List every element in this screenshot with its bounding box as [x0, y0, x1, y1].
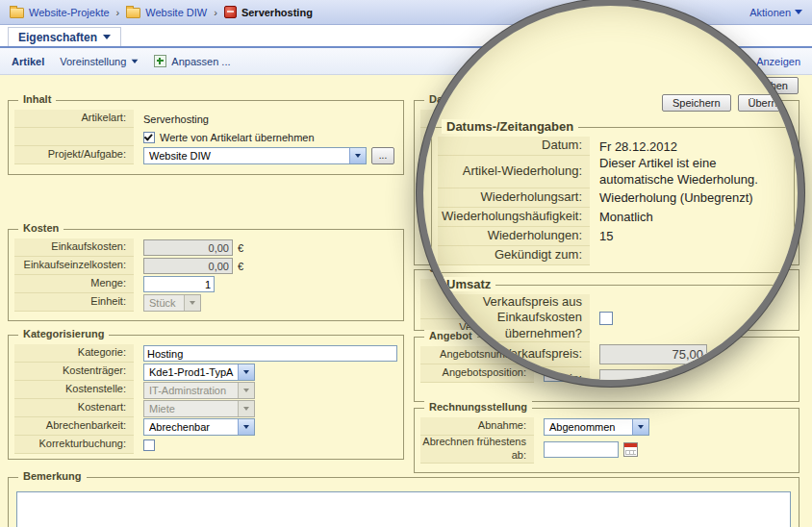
- wiederholungshaeufigkeit-value: Monatlich: [599, 210, 653, 224]
- abrechenbarkeit-select[interactable]: Abrechenbar: [143, 418, 255, 436]
- angebotsposition-label: Angebotsposition:: [420, 364, 534, 383]
- breadcrumb-current: Serverhosting: [241, 7, 313, 18]
- chevron-down-icon: [184, 295, 200, 311]
- projekt-browse-button[interactable]: ...: [371, 147, 394, 164]
- anzeigen-link[interactable]: Anzeigen: [756, 56, 800, 67]
- actions-label: Aktionen: [749, 7, 791, 18]
- menge-input[interactable]: [143, 276, 215, 292]
- artikelart-row: Artikelart: Serverhosting: [14, 110, 397, 128]
- korrekturbuchung-label: Korrekturbuchung:: [14, 436, 134, 454]
- kostenstelle-select: IT-Adminstration: [143, 382, 255, 399]
- einheit-row: Einheit: Stück: [14, 293, 397, 312]
- kostenart-label: Kostenart:: [14, 399, 134, 417]
- calendar-icon[interactable]: [623, 442, 638, 457]
- inhalt-legend: Inhalt: [18, 93, 56, 105]
- gekuendigt-label: Gekündigt zum:: [438, 246, 590, 265]
- menge-row: Menge:: [14, 275, 397, 293]
- chevron-down-icon: [238, 383, 254, 398]
- save-button[interactable]: Speichern: [662, 94, 731, 112]
- tab-eigenschaften-label: Eigenschaften: [18, 31, 97, 44]
- wiederholungshaeufigkeit-label: Wiederholungshäufigkeit:: [438, 208, 590, 227]
- bemerkung-textarea[interactable]: [16, 491, 791, 527]
- chevron-down-icon: [632, 419, 648, 435]
- abrechnen-ab-label: Abrechnen frühestens ab:: [420, 436, 534, 464]
- bemerkung-legend: Bemerkung: [18, 470, 87, 482]
- chevron-down-icon: [238, 364, 254, 380]
- kosten-fieldset: Kosten Einkaufskosten: € Einkaufseinzelk…: [8, 229, 404, 321]
- wiederholungen-value: 15: [599, 229, 613, 243]
- kategorisierung-fieldset: Kategorisierung Kategorie: Kostenträger:…: [8, 335, 404, 460]
- verkaufspreis-input[interactable]: [599, 344, 707, 364]
- einkaufskosten-input[interactable]: [143, 239, 233, 256]
- projekt-select[interactable]: Website DIW: [143, 147, 367, 164]
- kostenart-row: Kostenart: Miete: [14, 399, 397, 417]
- kategorie-row: Kategorie:: [14, 344, 397, 363]
- rechnungsstellung-legend: Rechnungsstellung: [424, 401, 532, 413]
- abrechenbarkeit-select-value: Abrechenbar: [149, 421, 235, 433]
- wiederholungsart-value: Wiederholung (Unbegrenzt): [599, 190, 753, 205]
- customize-icon: [154, 55, 166, 67]
- kategorie-input[interactable]: [143, 345, 397, 362]
- artikel-wiederholung-value: Dieser Artikel ist eine automatische Wie…: [599, 156, 788, 188]
- folder-icon: [10, 8, 24, 18]
- article-icon: [224, 6, 237, 18]
- empty-label-cell: [14, 128, 134, 146]
- kostentraeger-label: Kostenträger:: [14, 363, 134, 381]
- projekt-row: Projekt/Aufgabe: Website DIW ...: [14, 146, 397, 164]
- wiederholungsart-label: Wiederholungsart:: [438, 188, 590, 208]
- abrechenbarkeit-label: Abrechenbarkeit:: [14, 417, 134, 436]
- korrekturbuchung-checkbox[interactable]: [143, 439, 155, 451]
- breadcrumb-link-website-diw[interactable]: Website DIW: [145, 7, 207, 18]
- kosten-legend: Kosten: [18, 222, 63, 234]
- werte-uebernehmen-checkbox[interactable]: [143, 132, 155, 143]
- anpassen-label: Anpassen ...: [171, 56, 230, 67]
- kostenstelle-select-value: IT-Adminstration: [149, 385, 235, 396]
- chevron-down-icon: [103, 35, 111, 43]
- rechnungsstellung-fieldset: Rechnungsstellung Abnahme: Abgenommen Ab…: [414, 408, 799, 473]
- abrechenbarkeit-row: Abrechenbarkeit: Abrechenbar: [14, 417, 397, 436]
- artikelart-label: Artikelart:: [14, 110, 134, 128]
- kostentraeger-select-value: Kde1-Prod1-TypA: [149, 366, 235, 378]
- breadcrumb-separator: ›: [114, 7, 122, 18]
- kostentraeger-select[interactable]: Kde1-Prod1-TypA: [143, 364, 255, 381]
- abrechnen-ab-input[interactable]: [544, 441, 619, 458]
- chevron-down-icon: [238, 401, 254, 416]
- einkaufskosten-label: Einkaufskosten:: [14, 238, 134, 257]
- abnahme-row: Abnahme: Abgenommen: [420, 417, 793, 436]
- inhalt-fieldset: Inhalt Artikelart: Serverhosting Werte v…: [8, 100, 404, 175]
- einkaufseinzelkosten-input[interactable]: [143, 258, 233, 274]
- einkaufseinzelkosten-label: Einkaufseinzelkosten:: [14, 257, 134, 275]
- verkaufspreis-uebernehmen-checkbox[interactable]: [599, 312, 613, 325]
- einheit-select-value: Stück: [149, 297, 181, 309]
- menge-label: Menge:: [14, 275, 134, 293]
- artikel-wiederholung-label: Artikel-Wiederholung:: [438, 156, 590, 188]
- einkaufseinzelkosten-row: Einkaufseinzelkosten: €: [14, 257, 397, 275]
- datums-fieldset-magnified: Datums-/Zeitangaben Datum: Fr 28.12.2012…: [431, 127, 795, 273]
- projekt-select-value: Website DIW: [149, 150, 346, 162]
- kategorisierung-legend: Kategorisierung: [18, 328, 109, 339]
- datum-value: Fr 28.12.2012: [599, 139, 677, 154]
- voreinstellung-label: Voreinstellung: [60, 56, 126, 67]
- kostenart-select: Miete: [143, 400, 255, 417]
- tab-eigenschaften[interactable]: Eigenschaften: [8, 27, 121, 46]
- chevron-down-icon: [795, 10, 802, 18]
- projekt-label: Projekt/Aufgabe:: [14, 146, 134, 164]
- werte-uebernehmen-label: Werte von Artikelart übernehmen: [160, 132, 315, 143]
- menu-item-artikel[interactable]: Artikel: [12, 56, 44, 67]
- wiederholungen-label: Wiederholungen:: [438, 227, 590, 246]
- abnahme-select-value: Abgenommen: [549, 421, 629, 433]
- abnahme-label: Abnahme:: [420, 417, 534, 436]
- einheit-select: Stück: [143, 294, 201, 312]
- breadcrumb-link-website-projekte[interactable]: Website-Projekte: [29, 7, 110, 18]
- kostenart-select-value: Miete: [149, 403, 235, 414]
- chevron-down-icon: [349, 148, 366, 163]
- actions-menu[interactable]: Aktionen: [749, 6, 802, 18]
- menu-item-voreinstellung[interactable]: Voreinstellung: [60, 55, 139, 67]
- werte-uebernehmen-row: Werte von Artikelart übernehmen: [14, 128, 397, 146]
- currency-label: €: [238, 261, 243, 272]
- umsatz-legend: Umsatz: [442, 277, 495, 291]
- abnahme-select[interactable]: Abgenommen: [544, 418, 649, 436]
- bemerkung-fieldset: Bemerkung: [8, 477, 799, 527]
- einkaufskosten-row: Einkaufskosten: €: [14, 238, 397, 257]
- menu-item-anpassen[interactable]: Anpassen ...: [154, 55, 230, 67]
